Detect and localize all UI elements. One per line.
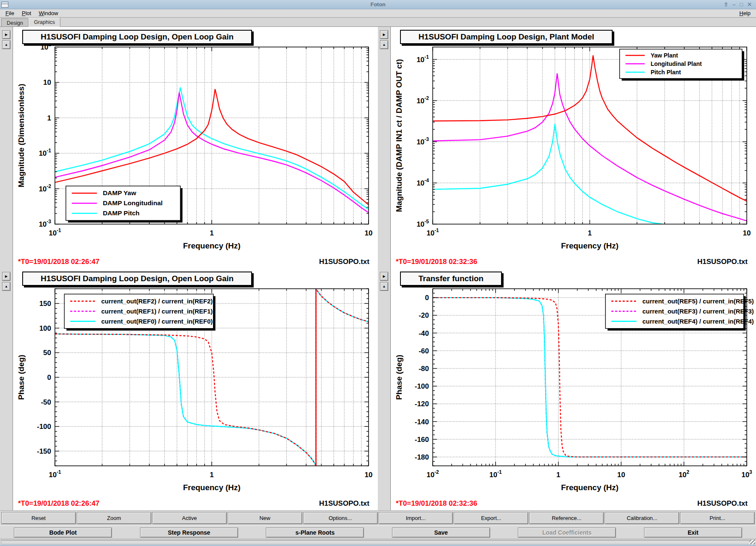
right-arrow-icon[interactable]: ▶ bbox=[2, 272, 10, 281]
toolbar-row-2: Bode PlotStep Responses-Plane RootsSaveL… bbox=[0, 525, 756, 539]
plot-canvas-open-loop-gain-phase: 10-1110150100500-50-100-150Frequency (Hz… bbox=[13, 287, 378, 498]
export-button[interactable]: Export... bbox=[454, 512, 528, 524]
legend-label: current_out(REF2) / current_in(REF2) bbox=[101, 298, 213, 305]
svg-text:102: 102 bbox=[40, 45, 51, 51]
menu-help[interactable]: Help bbox=[735, 10, 754, 17]
svg-text:0: 0 bbox=[425, 294, 429, 302]
right-arrow-icon[interactable]: ▶ bbox=[380, 272, 388, 281]
svg-text:-180: -180 bbox=[415, 453, 429, 461]
toolbar2-cell: Exit bbox=[630, 527, 756, 538]
plot-canvas-transfer-function-phase: 10-210-11101021030-20-40-60-80-100-120-1… bbox=[391, 287, 756, 498]
timestamp: *T0=19/01/2018 02:32:36 bbox=[396, 499, 477, 508]
y-axis-label: Magnitude (Dimensionless) bbox=[17, 84, 26, 187]
resize-grip-icon[interactable] bbox=[749, 540, 755, 544]
menu-plot[interactable]: Plot bbox=[18, 10, 35, 17]
plot-title: Transfer function bbox=[400, 272, 502, 286]
bode-plot-button[interactable]: Bode Plot bbox=[14, 528, 112, 538]
right-arrow-icon[interactable]: ▶ bbox=[2, 30, 10, 39]
quadrant-open-loop-gain-magnitude: ▶▲H1SUSOFI Damping Loop Design, Open Loo… bbox=[0, 27, 378, 269]
legend-label: current_out(REF1) / current_in(REF1) bbox=[101, 308, 213, 315]
reference-button[interactable]: Reference... bbox=[529, 512, 604, 524]
print-button[interactable]: Print... bbox=[680, 512, 755, 524]
options-button[interactable]: Options... bbox=[303, 512, 378, 524]
svg-text:10-4: 10-4 bbox=[416, 178, 429, 187]
x-axis-label: Frequency (Hz) bbox=[183, 241, 240, 250]
plot-footer: *T0=19/01/2018 02:32:36H1SUSOPO.txt bbox=[391, 498, 756, 510]
menu-window[interactable]: Window bbox=[35, 10, 62, 17]
svg-text:10-3: 10-3 bbox=[416, 136, 429, 146]
save-button[interactable]: Save bbox=[392, 528, 490, 538]
svg-text:-150: -150 bbox=[37, 447, 51, 455]
filename: H1SUSOPO.txt bbox=[697, 258, 748, 266]
up-arrow-icon[interactable]: ▲ bbox=[380, 40, 388, 49]
legend-label: current_out(REF5) / current_in(REF5) bbox=[642, 298, 754, 305]
plot-title-row: H1SUSOFI Damping Loop Design, Plant Mode… bbox=[391, 27, 756, 45]
plot-title-row: Transfer function bbox=[391, 269, 756, 287]
zoom-button[interactable]: Zoom bbox=[77, 512, 151, 524]
panel-arrow-buttons: ▶▲ bbox=[378, 269, 390, 510]
menu-file[interactable]: File bbox=[2, 10, 18, 17]
svg-text:10-3: 10-3 bbox=[39, 219, 51, 228]
filename: H1SUSOPO.txt bbox=[697, 499, 748, 508]
window-titlebar: Foton ⇧ – □ ✕ bbox=[0, 0, 756, 9]
svg-text:103: 103 bbox=[741, 469, 752, 479]
x-axis-label: Frequency (Hz) bbox=[561, 483, 618, 492]
up-arrow-icon[interactable]: ▲ bbox=[2, 282, 10, 291]
plot-title-row: H1SUSOFI Damping Loop Design, Open Loop … bbox=[13, 27, 378, 45]
plot-footer: *T0=19/01/2018 02:26:47H1SUSOPO.txt bbox=[13, 498, 378, 510]
toolbar2-cell: s-Plane Roots bbox=[252, 527, 378, 538]
plot-title: H1SUSOFI Damping Loop Design, Open Loop … bbox=[22, 30, 252, 44]
svg-text:-140: -140 bbox=[415, 418, 429, 426]
panel-arrow-buttons: ▶▲ bbox=[0, 269, 13, 510]
up-arrow-icon[interactable]: ▲ bbox=[380, 282, 388, 291]
legend-label: Yaw Plant bbox=[651, 52, 678, 59]
quadrant-open-loop-gain-phase: ▶▲H1SUSOFI Damping Loop Design, Open Loo… bbox=[0, 269, 378, 510]
svg-text:10-1: 10-1 bbox=[416, 54, 429, 64]
maximize-icon[interactable]: □ bbox=[740, 2, 743, 8]
load-coefficients-button: Load Coefficients bbox=[518, 528, 616, 538]
timestamp: *T0=19/01/2018 02:26:47 bbox=[18, 258, 99, 266]
svg-text:0: 0 bbox=[47, 374, 51, 381]
svg-text:1: 1 bbox=[556, 471, 560, 479]
new-button[interactable]: New bbox=[228, 512, 302, 524]
toolbar2-cell: Save bbox=[378, 527, 504, 538]
svg-text:50: 50 bbox=[43, 349, 51, 357]
calibration-button[interactable]: Calibration... bbox=[605, 512, 679, 524]
import-button[interactable]: Import... bbox=[379, 512, 453, 524]
svg-text:1: 1 bbox=[210, 471, 213, 479]
plot-title: H1SUSOFI Damping Loop Design, Open Loop … bbox=[22, 272, 252, 286]
status-field bbox=[1, 540, 755, 544]
svg-text:10-1: 10-1 bbox=[426, 227, 439, 237]
step-response-button[interactable]: Step Response bbox=[140, 528, 238, 538]
window-title: Foton bbox=[0, 1, 756, 8]
up-arrow-icon[interactable]: ▲ bbox=[2, 40, 10, 49]
plot-panel: H1SUSOFI Damping Loop Design, Open Loop … bbox=[13, 27, 378, 269]
panel-arrow-buttons: ▶▲ bbox=[0, 27, 13, 269]
plot-canvas-plant-model-magnitude: 10-111010-510-410-310-210-1Frequency (Hz… bbox=[391, 45, 756, 256]
svg-text:-20: -20 bbox=[418, 311, 429, 319]
close-icon[interactable]: ✕ bbox=[747, 2, 752, 8]
timestamp: *T0=19/01/2018 02:26:47 bbox=[18, 499, 99, 508]
y-axis-label: Phase (deg) bbox=[17, 355, 26, 400]
svg-text:150: 150 bbox=[39, 300, 51, 308]
svg-text:-100: -100 bbox=[415, 382, 429, 390]
exit-button[interactable]: Exit bbox=[644, 528, 742, 538]
status-bar bbox=[0, 539, 756, 546]
tabbar: DesignGraphics bbox=[0, 18, 756, 27]
plot-panel: Transfer function10-210-11101021030-20-4… bbox=[390, 269, 756, 510]
reset-button[interactable]: Reset bbox=[1, 512, 76, 524]
svg-text:-160: -160 bbox=[415, 436, 429, 444]
svg-text:10: 10 bbox=[365, 229, 373, 237]
quadrant-transfer-function-phase: ▶▲Transfer function10-210-11101021030-20… bbox=[378, 269, 756, 510]
active-button[interactable]: Active bbox=[152, 512, 227, 524]
s-plane-roots-button[interactable]: s-Plane Roots bbox=[266, 528, 364, 538]
toolbar-row-1: ResetZoomActiveNewOptions...Import...Exp… bbox=[0, 510, 756, 525]
right-arrow-icon[interactable]: ▶ bbox=[380, 30, 388, 39]
legend-label: Longitudinal Plant bbox=[651, 60, 702, 67]
shade-icon[interactable]: ⇧ bbox=[724, 2, 728, 8]
minimize-icon[interactable]: – bbox=[733, 2, 735, 8]
tab-design[interactable]: Design bbox=[1, 18, 29, 26]
toolbar2-cell: Step Response bbox=[126, 527, 252, 538]
plot-footer: *T0=19/01/2018 02:26:47H1SUSOPO.txt bbox=[13, 256, 378, 269]
tab-graphics[interactable]: Graphics bbox=[29, 18, 60, 27]
